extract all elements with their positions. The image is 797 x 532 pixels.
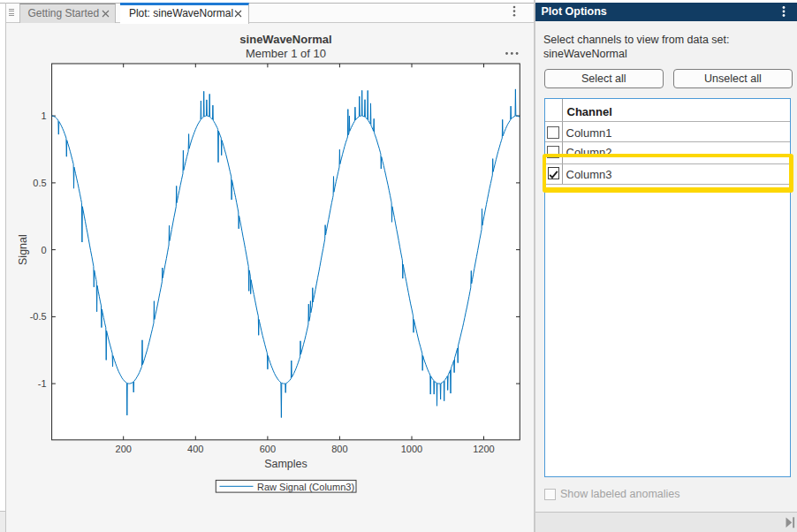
svg-text:0.5: 0.5 [33,178,46,188]
svg-text:600: 600 [260,444,276,454]
svg-text:0: 0 [41,245,46,255]
svg-text:1200: 1200 [473,444,494,454]
svg-text:Member 1 of 10: Member 1 of 10 [246,47,326,60]
svg-text:1000: 1000 [401,444,422,454]
svg-text:1: 1 [41,110,46,121]
svg-text:sineWaveNormal: sineWaveNormal [239,33,331,46]
svg-text:Signal: Signal [17,234,29,265]
svg-text:Samples: Samples [264,458,307,470]
svg-text:800: 800 [331,444,347,454]
svg-text:Raw Signal (Column3): Raw Signal (Column3) [257,482,354,492]
svg-text:-0.5: -0.5 [30,311,47,322]
svg-text:400: 400 [187,444,203,454]
svg-text:-1: -1 [38,378,47,389]
svg-text:200: 200 [116,444,132,454]
